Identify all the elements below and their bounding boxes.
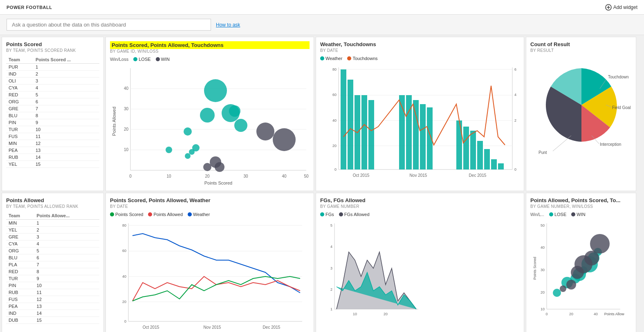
weather-chart-svg: 80 60 40 20 0 6 4 2 0 — [320, 63, 521, 186]
svg-rect-63 — [456, 120, 462, 169]
fgs-allowed-dot — [339, 212, 343, 216]
svg-rect-68 — [491, 159, 497, 169]
table-row: OLI3 — [6, 78, 99, 85]
table-row: FUS12 — [6, 296, 99, 303]
svg-text:10: 10 — [166, 174, 171, 178]
svg-rect-61 — [420, 104, 426, 169]
dashboard: Points Scored BY TEAM, POINTS SCORED RAN… — [0, 35, 644, 332]
field-goal-label: Field Goal — [612, 105, 631, 110]
svg-text:5: 5 — [330, 223, 332, 227]
svg-text:0: 0 — [124, 319, 126, 323]
table-row: PUR1 — [6, 64, 99, 71]
scatter2-widget: Points Allowed, Points Scored, To... BY … — [526, 193, 636, 332]
svg-point-34 — [273, 128, 296, 151]
add-widget-button[interactable]: Add widget — [605, 4, 637, 11]
svg-rect-54 — [348, 80, 353, 169]
fgs-label: FGs — [325, 212, 334, 217]
bubble-chart-widget: Points Scored, Points Allowed, Touchdown… — [105, 37, 314, 191]
table-row: YEL15 — [6, 161, 99, 168]
svg-point-21 — [166, 147, 172, 153]
svg-text:40: 40 — [332, 118, 337, 123]
svg-text:Nov 2015: Nov 2015 — [410, 173, 427, 178]
svg-point-35 — [203, 163, 211, 171]
bubble-chart-svg: 40 30 20 10 0 10 20 30 40 50 Points Scor… — [110, 64, 310, 187]
table-row: TUR10 — [6, 126, 99, 133]
svg-point-36 — [215, 162, 224, 172]
count-result-subtitle: BY RESULT — [530, 48, 632, 53]
scatter2-subtitle: BY GAME NUMBER, WIN/LOSS — [530, 204, 632, 209]
table-row: MIN12 — [6, 140, 99, 147]
add-widget-icon — [605, 4, 612, 11]
svg-text:Nov 2015: Nov 2015 — [204, 325, 221, 330]
svg-text:10: 10 — [124, 147, 129, 152]
svg-point-30 — [234, 119, 247, 132]
fgs-widget: FGs, FGs Allowed BY GAME NUMBER FGs FGs … — [316, 193, 524, 332]
touchdowns-label: Touchdowns — [352, 56, 377, 61]
fgs-title: FGs, FGs Allowed — [320, 197, 520, 203]
table-row: FUS11 — [6, 133, 99, 140]
table-row: CYA4 — [6, 241, 99, 247]
weather-legend: Weather Touchdowns — [320, 56, 520, 61]
svg-text:2: 2 — [514, 118, 516, 123]
svg-text:10: 10 — [541, 307, 545, 311]
count-result-title: Count of Result — [530, 41, 632, 47]
svg-rect-67 — [484, 149, 490, 169]
table-row: MIN1 — [6, 220, 99, 227]
scatter2-svg: 50 40 30 20 10 0 20 40 Points Allowed Po… — [530, 219, 624, 323]
lose-label-2: LOSE — [554, 212, 566, 217]
svg-text:40: 40 — [122, 274, 126, 279]
table-row: GRE3 — [6, 234, 99, 241]
win-label: WIN — [161, 57, 170, 62]
points-allowed-title: Points Allowed — [6, 197, 99, 203]
svg-text:4: 4 — [330, 245, 332, 249]
svg-rect-59 — [406, 95, 412, 169]
weather-label: Weather — [325, 56, 342, 61]
fgs-subtitle: BY GAME NUMBER — [320, 204, 520, 209]
lose-dot — [133, 57, 137, 61]
svg-text:30: 30 — [243, 174, 248, 178]
svg-text:30: 30 — [541, 268, 545, 272]
how-to-ask-link[interactable]: How to ask — [216, 22, 240, 28]
svg-rect-60 — [413, 100, 419, 169]
svg-point-23 — [185, 153, 191, 159]
table-row: YEL2 — [6, 227, 99, 234]
svg-point-27 — [204, 79, 227, 102]
svg-point-29 — [229, 105, 240, 117]
points-allowed-widget: Points Allowed BY TEAM, POINTS ALLOWED R… — [2, 193, 104, 332]
col-team: Team — [6, 56, 33, 64]
table-row: GRE7 — [6, 105, 99, 112]
points-scored-table: Team Points Scored ... PUR1IND2OLI3CYA4R… — [6, 56, 99, 168]
table-row: DUB15 — [6, 317, 99, 324]
svg-text:0: 0 — [514, 167, 516, 172]
svg-text:40: 40 — [594, 312, 598, 316]
svg-rect-64 — [463, 127, 469, 169]
fgs-allowed-label: FGs Allowed — [344, 212, 370, 217]
svg-text:Dec 2015: Dec 2015 — [469, 173, 487, 178]
touchdowns-dot — [347, 56, 351, 60]
count-result-widget: Count of Result BY RESULT Touchdown Fiel… — [526, 37, 636, 191]
svg-text:1: 1 — [330, 307, 332, 311]
weather-dot-2 — [188, 212, 192, 216]
add-widget-label: Add widget — [613, 4, 637, 10]
search-input[interactable] — [7, 19, 211, 31]
svg-text:3: 3 — [330, 266, 332, 270]
svg-point-33 — [256, 123, 274, 140]
app-header: POWER FOOTBALL Add widget — [0, 0, 644, 15]
table-row: BLU6 — [6, 254, 99, 261]
table-row: IND2 — [6, 71, 99, 78]
svg-text:80: 80 — [122, 223, 126, 227]
svg-text:Points Allowed: Points Allowed — [112, 107, 117, 136]
weather-touchdowns-widget: Weather, Touchdowns BY DATE Weather Touc… — [316, 37, 524, 191]
svg-rect-57 — [368, 100, 374, 169]
table-row: ORG5 — [6, 247, 99, 254]
table-row: PEA13 — [6, 303, 99, 310]
table-row: PLA7 — [6, 261, 99, 268]
bubble-chart-title: Points Scored, Points Allowed, Touchdown… — [110, 41, 310, 49]
lose-label: LOSE — [139, 57, 150, 62]
scored-label: Points Scored — [115, 212, 143, 217]
win-loss-label: Win/Loss — [110, 57, 128, 62]
svg-rect-56 — [361, 95, 367, 169]
table-row: PIN9 — [6, 119, 99, 126]
weather-title: Weather, Touchdowns — [320, 41, 520, 47]
svg-text:Dec 2015: Dec 2015 — [263, 325, 280, 330]
